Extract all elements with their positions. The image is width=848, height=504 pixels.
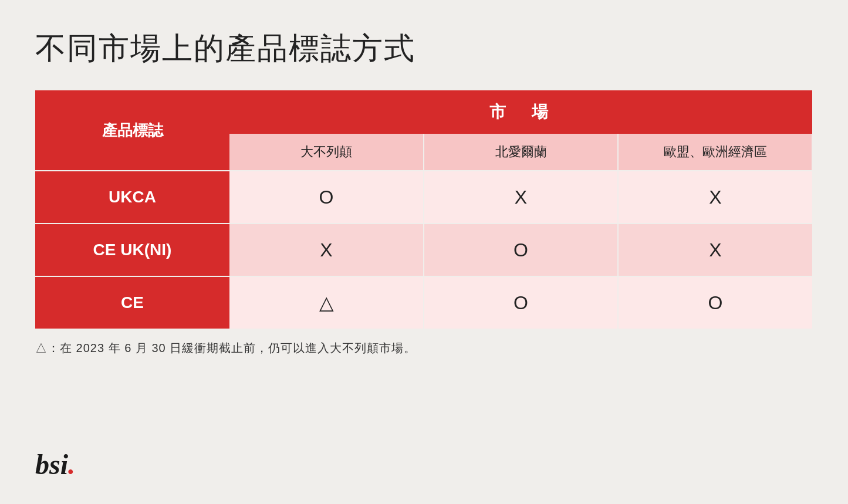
- table-row: CE UK(NI)XOX: [35, 224, 812, 276]
- sub-header-eu: 歐盟、歐洲經濟區: [618, 134, 812, 171]
- page-title: 不同市場上的產品標誌方式: [35, 28, 813, 69]
- bsi-dot: .: [68, 449, 75, 480]
- row-label-2: CE: [35, 276, 229, 329]
- comparison-table: 產品標誌 市 場 大不列顛 北愛爾蘭 歐盟、歐洲經濟區 UKCAOXXCE UK…: [35, 90, 813, 329]
- footnote: △：在 2023 年 6 月 30 日緩衝期截止前，仍可以進入大不列顛市場。: [35, 340, 813, 356]
- bsi-text: bsi: [35, 449, 68, 480]
- market-header: 市 場: [229, 90, 812, 134]
- bsi-logo: bsi.: [35, 448, 813, 481]
- data-cell-1-0: X: [229, 224, 424, 276]
- data-cell-1-2: X: [618, 224, 812, 276]
- table-wrapper: 產品標誌 市 場 大不列顛 北愛爾蘭 歐盟、歐洲經濟區 UKCAOXXCE UK…: [35, 90, 813, 329]
- data-cell-1-1: O: [424, 224, 618, 276]
- row-label-1: CE UK(NI): [35, 224, 229, 276]
- data-cell-0-2: X: [618, 171, 812, 224]
- data-cell-2-2: O: [618, 276, 812, 329]
- row-label-0: UKCA: [35, 171, 229, 224]
- footer: bsi.: [35, 437, 813, 481]
- data-cell-2-0: △: [229, 276, 424, 329]
- data-cell-2-1: O: [424, 276, 618, 329]
- table-row: CE△OO: [35, 276, 812, 329]
- data-cell-0-1: X: [424, 171, 618, 224]
- data-cell-0-0: O: [229, 171, 424, 224]
- table-row: UKCAOXX: [35, 171, 812, 224]
- label-column-header: 產品標誌: [35, 90, 229, 171]
- sub-header-gb: 大不列顛: [229, 134, 424, 171]
- sub-header-ni: 北愛爾蘭: [424, 134, 618, 171]
